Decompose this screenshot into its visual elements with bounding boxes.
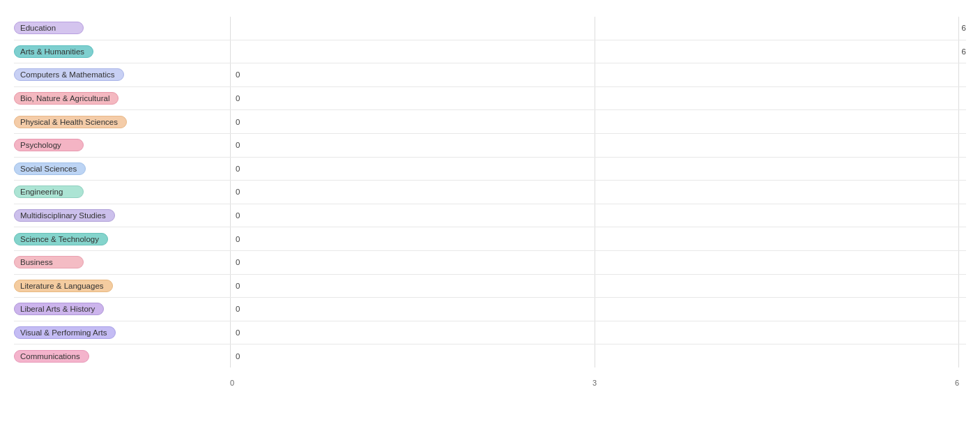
x-axis-label: 6 [955,379,959,387]
bar-label-area: Social Sciences [14,162,230,175]
bar-label-pill: Physical & Health Sciences [14,116,127,128]
chart-area: Education6Arts & Humanities6Computers & … [14,17,966,387]
bar-row: Arts & Humanities6 [14,40,966,64]
bar-chart-area: 0 [230,94,966,103]
bar-value: 0 [236,282,240,290]
bar-chart-area: 6 [230,24,966,32]
bar-value: 0 [236,165,240,173]
bar-label-area: Physical & Health Sciences [14,116,230,128]
bar-label-pill: Business [14,256,84,268]
bar-value: 0 [236,352,240,361]
bar-row: Bio, Nature & Agricultural0 [14,87,966,111]
bar-row: Business0 [14,251,966,275]
bar-row: Science & Technology0 [14,227,966,251]
bar-label-area: Bio, Nature & Agricultural [14,92,230,105]
bar-chart-area: 0 [230,305,966,313]
bar-chart-area: 0 [230,118,966,126]
bar-value: 0 [236,188,240,196]
bar-row: Computers & Mathematics0 [14,63,966,87]
bar-label-area: Science & Technology [14,233,230,245]
chart-container: Education6Arts & Humanities6Computers & … [0,0,980,440]
bar-row: Social Sciences0 [14,158,966,181]
bar-label-pill: Multidisciplinary Studies [14,209,115,222]
bar-chart-area: 0 [230,282,966,290]
bar-label-pill: Bio, Nature & Agricultural [14,92,118,105]
bar-label-pill: Science & Technology [14,233,108,245]
x-axis: 036 [230,379,959,387]
bar-value: 0 [236,328,240,337]
bar-chart-area: 0 [230,352,966,361]
bar-value: 0 [236,94,240,103]
bar-label-area: Arts & Humanities [14,45,230,58]
bar-label-area: Computers & Mathematics [14,68,230,81]
bar-chart-area: 6 [230,47,966,56]
bar-value: 0 [236,118,240,126]
bar-chart-area: 0 [230,188,966,196]
bar-value: 0 [236,70,240,79]
bar-row: Psychology0 [14,134,966,158]
bar-label-area: Education [14,22,230,34]
bar-value: 6 [962,24,966,32]
bar-label-pill: Literature & Languages [14,280,113,292]
bar-label-pill: Social Sciences [14,162,86,175]
bar-chart-area: 0 [230,328,966,337]
bar-value: 0 [236,235,240,243]
bar-value: 6 [962,47,966,56]
bar-label-pill: Communications [14,350,89,363]
bar-row: Physical & Health Sciences0 [14,110,966,134]
x-axis-label: 0 [230,379,234,387]
bar-chart-area: 0 [230,211,966,220]
bar-label-area: Visual & Performing Arts [14,326,230,339]
bars-wrapper: Education6Arts & Humanities6Computers & … [14,17,966,367]
bar-label-area: Business [14,256,230,268]
bar-row: Liberal Arts & History0 [14,298,966,321]
bar-chart-area: 0 [230,141,966,149]
bar-label-area: Engineering [14,185,230,198]
bar-value: 0 [236,211,240,220]
bar-row: Literature & Languages0 [14,275,966,298]
bar-value: 0 [236,258,240,266]
bar-label-pill: Computers & Mathematics [14,68,124,81]
bar-label-pill: Liberal Arts & History [14,303,104,315]
bar-chart-area: 0 [230,258,966,266]
bar-label-area: Multidisciplinary Studies [14,209,230,222]
bar-label-area: Liberal Arts & History [14,303,230,315]
bar-chart-area: 0 [230,165,966,173]
x-axis-label: 3 [592,379,597,387]
bar-chart-area: 0 [230,70,966,79]
bar-label-pill: Arts & Humanities [14,45,93,58]
bar-row: Communications0 [14,344,966,367]
bar-row: Multidisciplinary Studies0 [14,204,966,228]
bar-label-area: Psychology [14,139,230,151]
bar-row: Engineering0 [14,181,966,204]
bar-label-pill: Visual & Performing Arts [14,326,116,339]
bar-row: Visual & Performing Arts0 [14,321,966,345]
bar-chart-area: 0 [230,235,966,243]
bar-label-pill: Engineering [14,185,84,198]
bar-value: 0 [236,305,240,313]
bar-row: Education6 [14,17,966,40]
bar-label-area: Literature & Languages [14,280,230,292]
bar-label-area: Communications [14,350,230,363]
bar-label-pill: Education [14,22,84,34]
bar-label-pill: Psychology [14,139,84,151]
bar-value: 0 [236,141,240,149]
